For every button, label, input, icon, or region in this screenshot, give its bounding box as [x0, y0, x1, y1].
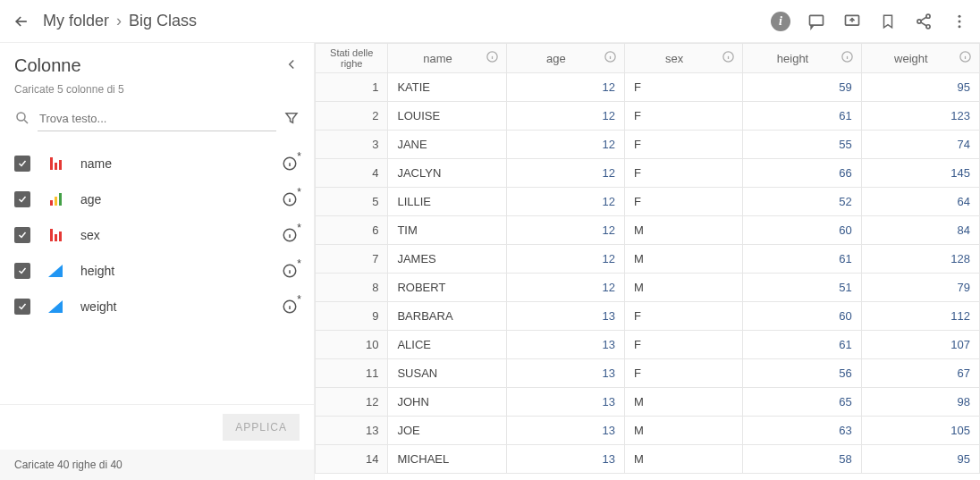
cell-height[interactable]: 51: [743, 274, 861, 302]
cell-name[interactable]: LOUISE: [388, 102, 506, 131]
back-button[interactable]: [11, 11, 32, 32]
column-info-button[interactable]: [280, 189, 300, 209]
table-row[interactable]: 11SUSAN13F5667: [316, 359, 980, 388]
column-header-name[interactable]: name: [388, 44, 506, 73]
table-row[interactable]: 14MICHAEL13M5895: [316, 445, 980, 474]
column-name[interactable]: weight: [80, 299, 266, 314]
cell-weight[interactable]: 105: [861, 417, 979, 445]
cell-weight[interactable]: 107: [861, 331, 979, 359]
column-name[interactable]: sex: [80, 228, 266, 242]
info-icon[interactable]: i: [771, 12, 790, 31]
table-row[interactable]: 9BARBARA13F60112: [316, 302, 980, 331]
cell-age[interactable]: 13: [506, 388, 624, 417]
more-icon[interactable]: [950, 12, 969, 31]
cell-sex[interactable]: M: [625, 417, 743, 445]
cell-height[interactable]: 61: [743, 245, 861, 274]
cell-sex[interactable]: F: [625, 102, 743, 131]
present-icon[interactable]: [842, 12, 862, 31]
cell-age[interactable]: 12: [506, 274, 624, 302]
table-row[interactable]: 4JACLYN12F66145: [316, 159, 980, 188]
cell-weight[interactable]: 98: [861, 388, 979, 417]
apply-button[interactable]: APPLICA: [223, 414, 300, 441]
table-row[interactable]: 13JOE13M63105: [316, 417, 980, 445]
cell-name[interactable]: LILLIE: [388, 188, 506, 216]
cell-weight[interactable]: 95: [861, 73, 979, 102]
filter-button[interactable]: [283, 110, 300, 129]
cell-weight[interactable]: 84: [861, 216, 979, 245]
cell-weight[interactable]: 74: [861, 131, 979, 159]
cell-weight[interactable]: 123: [861, 102, 979, 131]
collapse-panel-button[interactable]: [283, 56, 300, 75]
cell-age[interactable]: 13: [506, 417, 624, 445]
column-header-age[interactable]: age: [506, 44, 624, 73]
cell-height[interactable]: 56: [743, 359, 861, 388]
table-row[interactable]: 2LOUISE12F61123: [316, 102, 980, 131]
cell-height[interactable]: 61: [743, 102, 861, 131]
row-state-header[interactable]: Stati delle righe: [316, 44, 388, 73]
table-row[interactable]: 3JANE12F5574: [316, 131, 980, 159]
column-header-info-icon[interactable]: [722, 50, 735, 66]
cell-sex[interactable]: F: [625, 302, 743, 331]
cell-weight[interactable]: 128: [861, 245, 979, 274]
cell-name[interactable]: JOHN: [388, 388, 506, 417]
column-header-info-icon[interactable]: [959, 50, 972, 66]
table-row[interactable]: 1KATIE12F5995: [316, 73, 980, 102]
cell-weight[interactable]: 79: [861, 274, 979, 302]
table-row[interactable]: 8ROBERT12M5179: [316, 274, 980, 302]
cell-name[interactable]: JACLYN: [388, 159, 506, 188]
cell-sex[interactable]: F: [625, 359, 743, 388]
cell-height[interactable]: 59: [743, 73, 861, 102]
cell-weight[interactable]: 95: [861, 445, 979, 474]
cell-height[interactable]: 60: [743, 302, 861, 331]
column-info-button[interactable]: [280, 297, 300, 316]
column-info-button[interactable]: [280, 261, 300, 281]
table-row[interactable]: 12JOHN13M6598: [316, 388, 980, 417]
cell-sex[interactable]: F: [625, 131, 743, 159]
cell-sex[interactable]: F: [625, 159, 743, 188]
cell-sex[interactable]: M: [625, 274, 743, 302]
column-checkbox[interactable]: [14, 263, 30, 279]
column-header-info-icon[interactable]: [604, 50, 617, 66]
cell-weight[interactable]: 145: [861, 159, 979, 188]
cell-name[interactable]: KATIE: [388, 73, 506, 102]
cell-height[interactable]: 52: [743, 188, 861, 216]
cell-sex[interactable]: F: [625, 73, 743, 102]
column-header-sex[interactable]: sex: [625, 44, 743, 73]
cell-age[interactable]: 12: [506, 188, 624, 216]
cell-name[interactable]: ALICE: [388, 331, 506, 359]
cell-name[interactable]: TIM: [388, 216, 506, 245]
cell-sex[interactable]: F: [625, 188, 743, 216]
share-icon[interactable]: [914, 12, 934, 31]
bookmark-icon[interactable]: [878, 12, 898, 31]
cell-age[interactable]: 13: [506, 331, 624, 359]
cell-sex[interactable]: M: [625, 445, 743, 474]
cell-height[interactable]: 61: [743, 331, 861, 359]
cell-height[interactable]: 65: [743, 388, 861, 417]
cell-weight[interactable]: 112: [861, 302, 979, 331]
column-header-info-icon[interactable]: [841, 50, 854, 66]
column-info-button[interactable]: [280, 225, 300, 245]
comment-icon[interactable]: [807, 12, 826, 31]
column-header-info-icon[interactable]: [486, 50, 499, 66]
cell-age[interactable]: 12: [506, 131, 624, 159]
cell-name[interactable]: JANE: [388, 131, 506, 159]
column-name[interactable]: age: [80, 192, 266, 206]
cell-sex[interactable]: M: [625, 245, 743, 274]
table-row[interactable]: 5LILLIE12F5264: [316, 188, 980, 216]
cell-sex[interactable]: M: [625, 216, 743, 245]
data-grid[interactable]: Stati delle righe nameagesexheightweight…: [315, 43, 980, 480]
breadcrumb-parent[interactable]: My folder: [43, 12, 109, 30]
cell-name[interactable]: BARBARA: [388, 302, 506, 331]
column-info-button[interactable]: [280, 154, 300, 173]
cell-weight[interactable]: 64: [861, 188, 979, 216]
cell-age[interactable]: 12: [506, 159, 624, 188]
column-header-height[interactable]: height: [743, 44, 861, 73]
cell-age[interactable]: 13: [506, 359, 624, 388]
cell-age[interactable]: 12: [506, 216, 624, 245]
table-row[interactable]: 7JAMES12M61128: [316, 245, 980, 274]
cell-height[interactable]: 55: [743, 131, 861, 159]
cell-name[interactable]: JAMES: [388, 245, 506, 274]
column-name[interactable]: name: [80, 156, 266, 171]
column-checkbox[interactable]: [14, 227, 30, 243]
cell-height[interactable]: 60: [743, 216, 861, 245]
